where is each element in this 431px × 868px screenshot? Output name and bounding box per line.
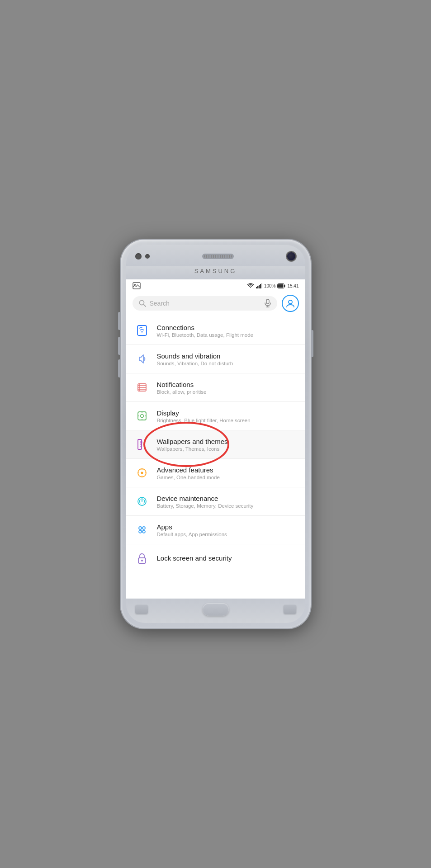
phone-device: SAMSUNG	[121, 240, 311, 628]
svg-rect-5	[260, 284, 261, 288]
screen: 100% 15:41 Search	[126, 279, 305, 599]
device-icon	[133, 493, 151, 510]
wallpapers-text: Wallpapers and themes Wallpapers, Themes…	[157, 438, 298, 452]
back-button[interactable]	[135, 605, 148, 614]
svg-point-44	[142, 530, 145, 533]
signal-icon	[256, 283, 262, 288]
settings-item-sounds[interactable]: Sounds and vibration Sounds, Vibration, …	[126, 345, 305, 373]
svg-point-42	[142, 527, 145, 529]
settings-item-display[interactable]: Display Brightness, Blue light filter, H…	[126, 402, 305, 430]
advanced-text: Advanced features Games, One-handed mode	[157, 466, 298, 480]
notifications-icon	[133, 379, 151, 396]
display-subtitle: Brightness, Blue light filter, Home scre…	[157, 418, 298, 423]
brand-label: SAMSUNG	[126, 266, 305, 279]
connections-subtitle: Wi-Fi, Bluetooth, Data usage, Flight mod…	[157, 332, 298, 338]
settings-item-apps[interactable]: Apps Default apps, App permissions	[126, 516, 305, 544]
settings-item-lock[interactable]: Lock screen and security	[126, 544, 305, 572]
svg-rect-23	[138, 412, 146, 420]
search-area: Search	[126, 291, 305, 316]
home-button[interactable]	[203, 603, 229, 616]
camera-lens	[286, 251, 296, 261]
svg-rect-8	[284, 285, 285, 287]
sounds-subtitle: Sounds, Vibration, Do not disturb	[157, 361, 298, 366]
display-title: Display	[157, 409, 298, 417]
svg-rect-16	[137, 326, 147, 335]
status-right: 100% 15:41	[247, 283, 299, 288]
phone-bottom-hardware	[126, 599, 305, 623]
battery-text: 100%	[264, 283, 276, 288]
svg-point-46	[141, 560, 143, 561]
svg-point-43	[139, 530, 142, 533]
status-left	[133, 282, 141, 289]
connections-title: Connections	[157, 324, 298, 331]
connections-text: Connections Wi-Fi, Bluetooth, Data usage…	[157, 324, 298, 338]
profile-button[interactable]	[282, 295, 299, 312]
svg-point-41	[139, 527, 142, 529]
status-bar: 100% 15:41	[126, 279, 305, 291]
svg-rect-4	[259, 285, 260, 288]
svg-text:+: +	[140, 471, 142, 475]
recents-button[interactable]	[284, 605, 296, 614]
battery-icon	[277, 283, 285, 288]
time-display: 15:41	[287, 283, 298, 288]
settings-item-advanced[interactable]: + Advanced features Games, One-handed mo…	[126, 459, 305, 487]
svg-point-17	[141, 331, 142, 333]
settings-item-device[interactable]: Device maintenance Battery, Storage, Mem…	[126, 487, 305, 516]
svg-point-1	[134, 284, 136, 285]
settings-item-wallpapers[interactable]: Wallpapers and themes Wallpapers, Themes…	[126, 430, 305, 459]
svg-rect-29	[138, 439, 142, 449]
mic-icon	[265, 299, 271, 307]
svg-rect-2	[256, 287, 257, 288]
sensors-area	[135, 253, 150, 259]
wallpapers-subtitle: Wallpapers, Themes, Icons	[157, 446, 298, 452]
apps-icon	[133, 521, 151, 538]
lock-text: Lock screen and security	[157, 554, 298, 563]
phone-top-hardware	[126, 245, 305, 266]
profile-icon	[286, 299, 295, 308]
svg-rect-30	[140, 441, 142, 443]
connections-icon	[133, 322, 151, 339]
settings-list: Connections Wi-Fi, Bluetooth, Data usage…	[126, 316, 305, 599]
lock-icon	[133, 550, 151, 567]
search-bar[interactable]: Search	[133, 296, 277, 311]
speaker-grille	[202, 254, 234, 259]
wallpapers-icon	[133, 436, 151, 453]
device-text: Device maintenance Battery, Storage, Mem…	[157, 495, 298, 509]
svg-line-11	[143, 305, 146, 307]
notifications-title: Notifications	[157, 381, 298, 388]
svg-rect-3	[257, 286, 259, 288]
display-icon	[133, 407, 151, 425]
lock-title: Lock screen and security	[157, 554, 298, 562]
notifications-text: Notifications Block, allow, prioritise	[157, 381, 298, 395]
settings-item-notifications[interactable]: Notifications Block, allow, prioritise	[126, 373, 305, 402]
device-title: Device maintenance	[157, 495, 298, 502]
svg-point-15	[289, 300, 292, 304]
sounds-icon	[133, 350, 151, 368]
apps-title: Apps	[157, 523, 298, 531]
search-placeholder: Search	[150, 300, 261, 307]
display-text: Display Brightness, Blue light filter, H…	[157, 409, 298, 423]
device-subtitle: Battery, Storage, Memory, Device securit…	[157, 503, 298, 509]
sounds-text: Sounds and vibration Sounds, Vibration, …	[157, 352, 298, 366]
search-icon	[139, 300, 146, 307]
svg-rect-9	[278, 284, 284, 288]
svg-rect-6	[261, 283, 262, 288]
wifi-icon	[247, 283, 254, 288]
wallpapers-title: Wallpapers and themes	[157, 438, 298, 445]
advanced-subtitle: Games, One-handed mode	[157, 475, 298, 480]
advanced-icon: +	[133, 464, 151, 481]
svg-rect-12	[266, 299, 269, 304]
front-camera-dot	[135, 253, 142, 259]
advanced-title: Advanced features	[157, 466, 298, 474]
notifications-subtitle: Block, allow, prioritise	[157, 389, 298, 395]
svg-point-24	[140, 415, 143, 418]
sounds-title: Sounds and vibration	[157, 352, 298, 360]
apps-subtitle: Default apps, App permissions	[157, 532, 298, 537]
settings-item-connections[interactable]: Connections Wi-Fi, Bluetooth, Data usage…	[126, 316, 305, 345]
apps-text: Apps Default apps, App permissions	[157, 523, 298, 537]
sensor-dot	[145, 254, 150, 259]
picture-icon	[133, 282, 141, 289]
